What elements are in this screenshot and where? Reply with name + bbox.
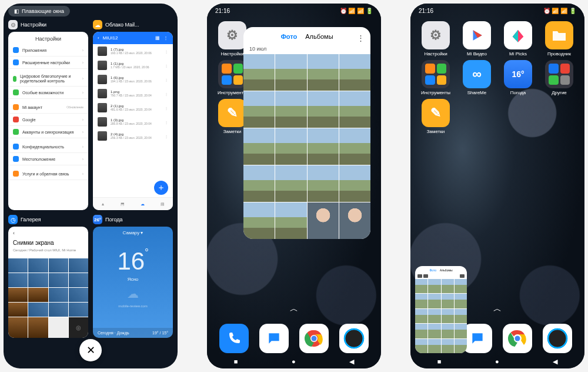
photo-thumb[interactable]	[308, 165, 339, 202]
photo-thumb[interactable]	[308, 91, 339, 128]
city-selector[interactable]: Самару ▾	[123, 230, 143, 235]
weather-icon: 16°	[504, 60, 532, 88]
file-row[interactable]: 2 (1).jpg481.6 КБ / 23 июл. 2020, 20:04⋮	[93, 101, 173, 115]
settings-row[interactable]: Особые возможности›	[8, 87, 88, 99]
app-phone[interactable]	[219, 324, 249, 353]
app-tools-folder[interactable]: Инструменты	[416, 60, 455, 95]
tab[interactable]: ▲	[101, 202, 105, 206]
photo-thumb[interactable]	[275, 202, 306, 239]
photo-thumb[interactable]	[308, 128, 339, 165]
settings-row[interactable]: Mi аккаунтОбновление	[8, 101, 88, 114]
app-files[interactable]: Проводник	[540, 21, 579, 57]
nav-home[interactable]: ●	[292, 358, 296, 365]
photo-thumb[interactable]	[339, 165, 370, 202]
app-picks[interactable]: Mi Picks	[499, 21, 537, 57]
app-video[interactable]: Mi Видео	[457, 21, 496, 57]
card-title: Галерея	[21, 217, 41, 222]
nav-bar: ■ ● ◀	[207, 354, 381, 368]
settings-row[interactable]: Конфиденциальность›	[8, 141, 88, 153]
fab-add[interactable]: ＋	[154, 181, 168, 195]
photo-thumb[interactable]	[275, 54, 306, 91]
nav-home[interactable]: ●	[495, 358, 499, 365]
weather-icon: 26°	[93, 215, 102, 224]
grid-icon[interactable]: ▦	[155, 35, 160, 41]
app-chrome[interactable]	[503, 324, 532, 353]
gallery-mini-window[interactable]: ФотоАльбомы	[415, 266, 467, 353]
app-camera[interactable]	[339, 324, 369, 353]
gallery-title: Снимки экрана	[8, 240, 88, 248]
cloud-icon: ☁	[93, 20, 102, 29]
settings-row[interactable]: Приложения›	[8, 44, 88, 57]
photo-thumb[interactable]	[339, 54, 370, 91]
settings-row[interactable]: Аккаунты и синхронизация›	[8, 126, 88, 138]
gallery-floating-window[interactable]: Фото Альбомы ⋮ 10 июл	[243, 27, 370, 239]
tab[interactable]: ⬒	[121, 202, 125, 207]
file-row[interactable]: 1 (3).jpg285.8 КБ / 23 июл. 2020, 20:04⋮	[93, 115, 173, 129]
screenshot-grid: ◎	[8, 258, 88, 338]
mini-tab-albums[interactable]: Альбомы	[440, 268, 453, 272]
app-messages[interactable]	[259, 324, 289, 353]
settings-row[interactable]: Google›	[8, 114, 88, 126]
photo-thumb[interactable]	[339, 128, 370, 165]
folder-icon	[218, 60, 246, 88]
photo-thumb[interactable]	[308, 202, 339, 239]
app-settings[interactable]: ⚙Настройки	[416, 21, 455, 57]
recent-card-weather[interactable]: 26°Погода Самару ▾ 16° Ясно ☁ mobile-rev…	[93, 215, 173, 338]
photo-thumb[interactable]	[339, 91, 370, 128]
back-icon[interactable]: ‹	[98, 35, 99, 41]
app-shareme[interactable]: ∞ShareMe	[457, 60, 496, 95]
nav-recent[interactable]: ■	[437, 358, 442, 365]
tab-albums[interactable]: Альбомы	[305, 33, 333, 40]
close-all-button[interactable]: ✕	[79, 339, 102, 361]
app-other-folder[interactable]: Другие	[540, 60, 579, 95]
photo-thumb[interactable]	[243, 165, 275, 202]
gallery-subtitle: Сегодня / Рабочий стол MIUI, Mi Home	[8, 248, 88, 254]
more-icon[interactable]: ⋮	[163, 35, 168, 41]
file-row[interactable]: 1.png790.7 КБ / 23 июл. 2020, 20:04⋮	[93, 87, 173, 101]
app-camera[interactable]	[543, 324, 572, 353]
recent-card-gallery[interactable]: ◷Галерея ‹ Снимки экрана Сегодня / Рабоч…	[8, 215, 88, 338]
settings-row[interactable]: Услуги и обратная связь›	[8, 168, 88, 180]
photo-thumb[interactable]	[275, 91, 306, 128]
photo-thumb[interactable]	[243, 91, 275, 128]
folder-icon	[545, 21, 573, 49]
tab[interactable]: ▤	[161, 202, 165, 207]
nav-back[interactable]: ◀	[349, 358, 354, 366]
photo-thumb[interactable]	[308, 54, 339, 91]
settings-row[interactable]: Местоположение›	[8, 153, 88, 165]
app-chrome[interactable]	[299, 324, 329, 353]
tab-photo[interactable]: Фото	[280, 33, 297, 40]
photo-thumb[interactable]	[243, 128, 275, 165]
settings-row[interactable]: Цифровое благополучие и родительский кон…	[8, 71, 88, 87]
file-row[interactable]: 1 (6).jpg194.1 КБ / 23 июл. 2020, 20:06⋮	[93, 72, 173, 87]
mini-photo-grid	[415, 279, 467, 353]
photo-thumb[interactable]	[243, 202, 275, 239]
photo-thumb[interactable]	[275, 165, 306, 202]
app-drawer-handle[interactable]: ︿	[493, 304, 502, 314]
app-messages[interactable]	[463, 324, 492, 353]
more-icon[interactable]: ⋮	[357, 34, 365, 42]
file-row[interactable]: 2 (4).jpg256.3 КБ / 23 июл. 2020, 20:04⋮	[93, 129, 173, 143]
back-icon[interactable]: ‹	[13, 230, 15, 236]
nav-recent[interactable]: ■	[234, 358, 238, 365]
nav-bar: ■ ● ◀	[410, 354, 584, 368]
app-weather[interactable]: 16°Погода	[499, 60, 537, 95]
settings-row[interactable]: Расширенные настройки›	[8, 57, 88, 69]
cloud-tabs: ▲ ⬒ ☁ ▤	[93, 197, 173, 210]
tab[interactable]: ☁	[141, 202, 145, 207]
cloud-header: ‹MIUI12▦⋮	[93, 32, 173, 44]
app-notes[interactable]: ✎Заметки	[416, 99, 455, 134]
photo-thumb[interactable]	[275, 128, 306, 165]
app-drawer-handle[interactable]: ︿	[290, 304, 298, 314]
mini-tab-photo[interactable]: Фото	[429, 268, 436, 272]
photo-thumb[interactable]	[339, 202, 370, 239]
gear-icon: ⚙	[8, 20, 18, 29]
floating-windows-chip[interactable]: ◧ Плавающие окна	[8, 6, 70, 16]
photo-thumb[interactable]	[243, 54, 275, 91]
file-row[interactable]: 1 (1).jpg1.7 МБ / 23 июл. 2020, 20:06⋮	[93, 58, 173, 72]
file-row[interactable]: 1 (7).jpg193.1 КБ / 23 июл. 2020, 20:06⋮	[93, 44, 173, 58]
infinity-icon: ∞	[463, 60, 491, 88]
nav-back[interactable]: ◀	[553, 358, 557, 366]
recent-card-cloud[interactable]: ☁Облако Mail... ‹MIUI12▦⋮ 1 (7).jpg193.1…	[93, 20, 173, 210]
recent-card-settings[interactable]: ⚙Настройки Настройки Приложения› Расшире…	[8, 20, 88, 210]
